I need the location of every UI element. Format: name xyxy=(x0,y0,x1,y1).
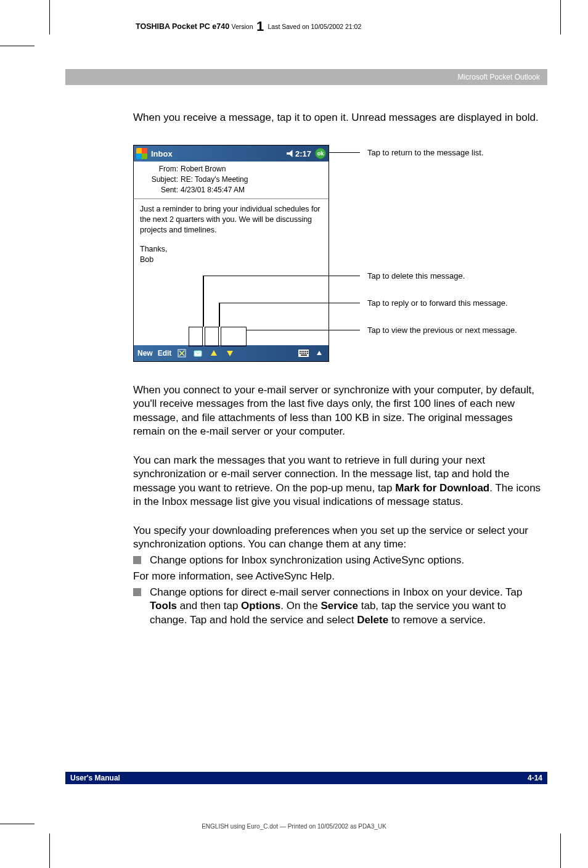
window-title: Inbox xyxy=(151,149,287,158)
text: and then tap xyxy=(177,600,241,612)
version-number: 1 xyxy=(256,18,264,34)
bullet-1: Change options for Inbox synchronization… xyxy=(133,554,546,567)
crop-mark xyxy=(560,0,561,35)
window-titlebar: Inbox 2:17 ok xyxy=(134,145,329,162)
section-title: Microsoft Pocket Outlook xyxy=(458,73,540,81)
message-header: From:Robert Brown Subject:RE: Today's Me… xyxy=(134,162,329,199)
figure: Inbox 2:17 ok From:Robert Brown Subject:… xyxy=(133,145,546,367)
print-info: ENGLISH using Euro_C.dot — Printed on 10… xyxy=(0,823,588,830)
bullet-icon xyxy=(133,556,141,564)
callout-box-delete xyxy=(189,327,203,346)
paragraph-1: When you connect to your e-mail server o… xyxy=(133,383,546,439)
svg-marker-4 xyxy=(211,350,217,356)
clock: 2:17 xyxy=(295,149,311,158)
bullet-icon xyxy=(133,588,141,596)
version-label: Version xyxy=(232,23,253,30)
ok-button[interactable]: ok xyxy=(315,148,326,159)
bold-text: Options xyxy=(241,600,280,612)
callout-return: Tap to return to the message list. xyxy=(367,148,484,157)
text: Change options for direct e-mail server … xyxy=(150,586,522,598)
last-saved: Last Saved on 10/05/2002 21:02 xyxy=(267,23,361,30)
speaker-icon[interactable] xyxy=(287,150,294,157)
svg-rect-15 xyxy=(305,353,306,354)
callout-line xyxy=(219,303,360,303)
svg-rect-16 xyxy=(307,353,308,354)
callout-box-reply xyxy=(205,327,219,346)
paragraph-2: You can mark the messages that you want … xyxy=(133,454,546,509)
section-bar: Microsoft Pocket Outlook xyxy=(65,69,547,85)
bold-text: Service xyxy=(321,600,358,612)
callout-line xyxy=(219,303,220,327)
footer-right: 4-14 xyxy=(528,774,542,782)
subject-label: Subject: xyxy=(146,174,178,185)
bold-text: Mark for Download xyxy=(395,482,489,494)
page-header: TOSHIBA Pocket PC e740 Version 1 Last Sa… xyxy=(136,18,361,35)
bullet-1-text: Change options for Inbox synchronization… xyxy=(150,554,464,567)
callout-reply: Tap to reply or to forward this message. xyxy=(367,298,508,308)
body-para2: Thanks, xyxy=(140,244,322,255)
svg-rect-12 xyxy=(300,353,301,354)
edit-button[interactable]: Edit xyxy=(158,349,172,358)
new-button[interactable]: New xyxy=(137,349,153,358)
svg-rect-17 xyxy=(301,354,307,356)
bullet-2: Change options for direct e-mail server … xyxy=(133,586,546,627)
product-name: TOSHIBA Pocket PC e740 xyxy=(136,22,229,31)
bullet-2-text: Change options for direct e-mail server … xyxy=(150,586,546,627)
callout-line xyxy=(203,276,204,327)
footer-left: User's Manual xyxy=(70,774,120,782)
callout-line xyxy=(203,276,360,276)
svg-rect-10 xyxy=(305,351,306,352)
delete-icon[interactable] xyxy=(176,348,187,359)
crop-mark xyxy=(49,0,50,35)
svg-rect-7 xyxy=(300,351,301,352)
from-value: Robert Brown xyxy=(181,165,226,173)
paragraph-3: You specify your downloading preferences… xyxy=(133,524,546,552)
callout-line xyxy=(329,152,360,153)
footer-bar: User's Manual 4-14 xyxy=(65,772,547,784)
text: to remove a service. xyxy=(388,614,486,626)
svg-rect-14 xyxy=(303,353,304,354)
crop-mark xyxy=(560,833,561,868)
paragraph-4: For more information, see ActiveSync Hel… xyxy=(133,570,546,583)
menu-up-icon[interactable] xyxy=(314,348,325,359)
svg-marker-18 xyxy=(317,351,322,355)
intro-paragraph: When you receive a message, tap it to op… xyxy=(133,111,546,125)
message-body: Just a reminder to bring your individual… xyxy=(134,199,329,338)
start-icon[interactable] xyxy=(136,148,147,159)
body-para1: Just a reminder to bring your individual… xyxy=(140,204,322,235)
body-para3: Bob xyxy=(140,255,322,265)
callout-line xyxy=(247,330,360,330)
callout-box-nav xyxy=(221,327,247,346)
bold-text: Tools xyxy=(150,600,177,612)
bold-text: Delete xyxy=(357,614,388,626)
sent-value: 4/23/01 8:45:47 AM xyxy=(181,186,245,194)
callout-delete: Tap to delete this message. xyxy=(367,271,465,280)
next-message-icon[interactable] xyxy=(224,348,235,359)
svg-rect-9 xyxy=(303,351,304,352)
crop-mark xyxy=(0,46,35,46)
from-label: From: xyxy=(146,164,178,174)
svg-rect-8 xyxy=(301,351,303,352)
subject-value: RE: Today's Meeting xyxy=(181,175,248,184)
sent-label: Sent: xyxy=(146,185,178,195)
prev-message-icon[interactable] xyxy=(208,348,219,359)
text: . On the xyxy=(280,600,321,612)
crop-mark xyxy=(49,833,50,868)
svg-rect-13 xyxy=(301,353,303,354)
reply-icon[interactable] xyxy=(192,348,203,359)
svg-marker-5 xyxy=(227,351,233,356)
command-bar: New Edit xyxy=(134,345,329,361)
keyboard-icon[interactable] xyxy=(298,348,309,359)
callout-nav: Tap to view the previous or next message… xyxy=(367,326,517,335)
svg-rect-11 xyxy=(307,351,308,352)
